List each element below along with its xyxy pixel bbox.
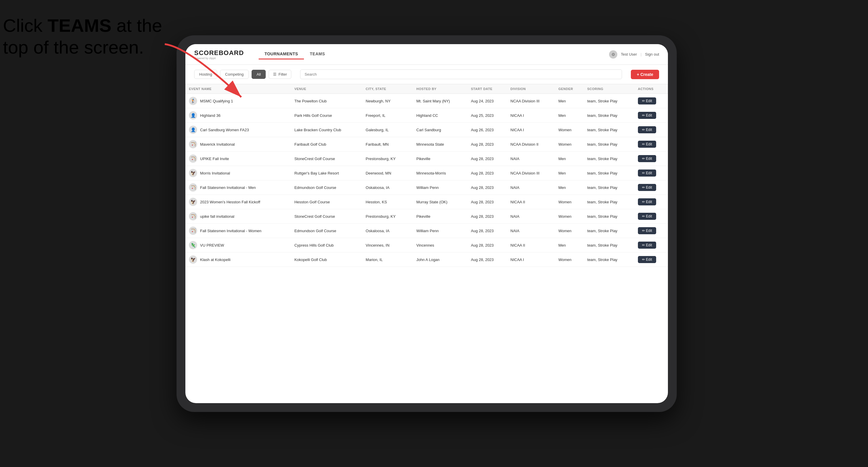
cell-event-name: 🏹 Fall Statesmen Invitational - Men	[185, 180, 291, 195]
event-name-text: upike fall invitational	[200, 214, 234, 219]
cell-start-date: Aug 28, 2023	[467, 152, 507, 166]
cell-hosted-by: Murray State (OK)	[413, 195, 467, 209]
header-hosted-by: HOSTED BY	[413, 84, 467, 94]
cell-city: Oskaloosa, IA	[362, 224, 413, 238]
cell-city: Prestonsburg, KY	[362, 152, 413, 166]
tab-teams[interactable]: TEAMS	[304, 49, 331, 59]
cell-venue: Edmundson Golf Course	[291, 180, 362, 195]
event-name-text: VU PREVIEW	[200, 243, 224, 247]
instruction-prefix: Click	[3, 15, 48, 36]
cell-division: NCAA Division III	[507, 94, 555, 108]
edit-button[interactable]: ✏ Edit	[638, 112, 656, 119]
cell-hosted-by: William Penn	[413, 180, 467, 195]
tournaments-table: EVENT NAME VENUE CITY, STATE HOSTED BY S…	[185, 84, 668, 267]
edit-button[interactable]: ✏ Edit	[638, 141, 656, 148]
create-button[interactable]: + Create	[631, 70, 659, 79]
cell-event-name: 🦅 Klash at Kokopelli	[185, 252, 291, 267]
edit-button[interactable]: ✏ Edit	[638, 184, 656, 191]
cell-city: Freeport, IL	[362, 108, 413, 123]
header-venue: VENUE	[291, 84, 362, 94]
cell-gender: Men	[555, 238, 584, 252]
filter-icon: ☰	[273, 72, 277, 76]
cell-venue: Faribault Golf Club	[291, 137, 362, 152]
cell-scoring: team, Stroke Play	[584, 137, 634, 152]
team-logo: 👤	[189, 126, 197, 134]
cell-start-date: Aug 28, 2023	[467, 166, 507, 180]
cell-actions: ✏ Edit	[634, 252, 668, 267]
edit-button[interactable]: ✏ Edit	[638, 155, 656, 162]
cell-actions: ✏ Edit	[634, 123, 668, 137]
table-row: 🏌️ MSMC Qualifying 1 The Powelton Club N…	[185, 94, 668, 108]
cell-division: NAIA	[507, 224, 555, 238]
nav-tabs: TOURNAMENTS TEAMS	[259, 49, 609, 59]
team-logo: 🏹	[189, 212, 197, 220]
cell-event-name: 🦎 VU PREVIEW	[185, 238, 291, 252]
competing-filter-button[interactable]: Competing	[220, 70, 249, 79]
sign-out-link[interactable]: Sign out	[645, 52, 659, 57]
user-name: Test User	[621, 52, 637, 57]
cell-hosted-by: John A Logan	[413, 252, 467, 267]
hosting-filter-button[interactable]: Hosting	[194, 70, 217, 79]
team-logo: 🏹	[189, 155, 197, 163]
edit-button[interactable]: ✏ Edit	[638, 242, 656, 249]
cell-actions: ✏ Edit	[634, 152, 668, 166]
cell-actions: ✏ Edit	[634, 108, 668, 123]
search-input[interactable]	[300, 69, 622, 79]
cell-start-date: Aug 28, 2023	[467, 195, 507, 209]
cell-division: NICAA II	[507, 238, 555, 252]
cell-scoring: team, Stroke Play	[584, 166, 634, 180]
team-logo: 🦅	[189, 255, 197, 264]
tab-tournaments[interactable]: TOURNAMENTS	[259, 49, 304, 59]
cell-hosted-by: Carl Sandburg	[413, 123, 467, 137]
nav-bar: SCOREBOARD Powered by clippit TOURNAMENT…	[185, 44, 668, 65]
edit-button[interactable]: ✏ Edit	[638, 213, 656, 220]
table-container[interactable]: EVENT NAME VENUE CITY, STATE HOSTED BY S…	[185, 84, 668, 403]
header-gender: GENDER	[555, 84, 584, 94]
cell-gender: Women	[555, 195, 584, 209]
edit-button[interactable]: ✏ Edit	[638, 126, 656, 133]
team-logo: 🦎	[189, 241, 197, 249]
cell-actions: ✏ Edit	[634, 224, 668, 238]
cell-division: NCAA Division III	[507, 166, 555, 180]
cell-division: NCAA Division II	[507, 137, 555, 152]
cell-venue: Park Hills Golf Course	[291, 108, 362, 123]
team-logo: 🏹	[189, 183, 197, 192]
cell-actions: ✏ Edit	[634, 166, 668, 180]
cell-gender: Men	[555, 94, 584, 108]
edit-button[interactable]: ✏ Edit	[638, 97, 656, 104]
cell-city: Vincennes, IN	[362, 238, 413, 252]
cell-city: Faribault, MN	[362, 137, 413, 152]
cell-event-name: 👤 Carl Sandburg Women FA23	[185, 123, 291, 137]
cell-city: Oskaloosa, IA	[362, 180, 413, 195]
cell-division: NAIA	[507, 152, 555, 166]
cell-event-name: 🏹 Maverick Invitational	[185, 137, 291, 152]
event-name-text: Maverick Invitational	[200, 142, 235, 147]
cell-city: Deerwood, MN	[362, 166, 413, 180]
team-logo: 🏹	[189, 226, 197, 235]
filter-button[interactable]: ☰ Filter	[269, 70, 291, 79]
filter-label: Filter	[278, 72, 287, 76]
cell-hosted-by: Minnesota State	[413, 137, 467, 152]
cell-scoring: team, Stroke Play	[584, 123, 634, 137]
cell-hosted-by: Mt. Saint Mary (NY)	[413, 94, 467, 108]
table-row: 👤 Carl Sandburg Women FA23 Lake Bracken …	[185, 123, 668, 137]
cell-city: Marion, IL	[362, 252, 413, 267]
cell-city: Prestonsburg, KY	[362, 209, 413, 224]
edit-button[interactable]: ✏ Edit	[638, 169, 656, 177]
team-logo: 🏌️	[189, 97, 197, 105]
table-row: 🏹 Fall Statesmen Invitational - Women Ed…	[185, 224, 668, 238]
edit-button[interactable]: ✏ Edit	[638, 198, 656, 206]
table-header: EVENT NAME VENUE CITY, STATE HOSTED BY S…	[185, 84, 668, 94]
edit-button[interactable]: ✏ Edit	[638, 256, 656, 263]
cell-scoring: team, Stroke Play	[584, 252, 634, 267]
cell-start-date: Aug 28, 2023	[467, 137, 507, 152]
cell-venue: The Powelton Club	[291, 94, 362, 108]
header-start-date: START DATE	[467, 84, 507, 94]
header-actions: ACTIONS	[634, 84, 668, 94]
table-row: 🏹 Maverick Invitational Faribault Golf C…	[185, 137, 668, 152]
all-filter-button[interactable]: All	[252, 70, 266, 79]
tablet-screen: SCOREBOARD Powered by clippit TOURNAMENT…	[185, 44, 668, 403]
cell-start-date: Aug 28, 2023	[467, 252, 507, 267]
edit-button[interactable]: ✏ Edit	[638, 227, 656, 234]
cell-division: NICAA I	[507, 123, 555, 137]
